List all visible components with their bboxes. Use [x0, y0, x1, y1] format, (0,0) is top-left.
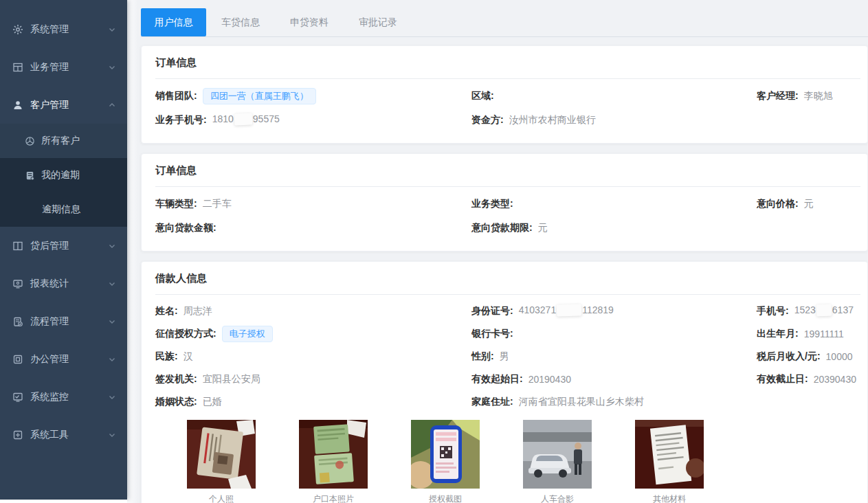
field-intent-loan-term: 意向贷款期限: 元 [471, 216, 757, 240]
field-value: 15236137 [794, 304, 854, 317]
field-value: 20190430 [528, 374, 571, 385]
field-value: 周志洋 [183, 305, 212, 317]
field-label: 有效起始日: [471, 373, 523, 385]
sidebar-bottom-strip [0, 500, 127, 503]
sidebar-item-office-management[interactable]: 办公管理 [0, 340, 127, 378]
field-label: 销售团队: [155, 90, 197, 102]
customer-management-submenu: 所有客户 我的逾期 逾期信息 [0, 124, 127, 227]
field-mobile: 手机号: 15236137 [757, 300, 860, 322]
sidebar-item-label: 系统工具 [30, 429, 69, 441]
field-label: 家庭住址: [471, 396, 513, 408]
field-label: 姓名: [155, 305, 178, 317]
sidebar-item-my-overdue[interactable]: 我的逾期 [0, 158, 127, 192]
sidebar-item-customer-management[interactable]: 客户管理 [0, 86, 127, 124]
field-business-phone: 业务手机号: 181095575 [155, 108, 471, 132]
other-document-photo[interactable]: 其他材料 [635, 420, 704, 503]
field-marital-status: 婚姻状态: 已婚 [155, 390, 471, 413]
field-label: 银行卡号: [471, 328, 513, 340]
field-birth: 出生年月: 19911111 [757, 322, 860, 345]
field-label: 民族: [155, 350, 178, 363]
field-value: 男 [500, 350, 509, 363]
sidebar-item-postloan-management[interactable]: 贷后管理 [0, 227, 127, 265]
chevron-down-icon [108, 280, 116, 288]
sidebar-item-overdue-info[interactable]: 逾期信息 [0, 192, 127, 227]
sidebar-item-label: 业务管理 [30, 61, 69, 74]
field-valid-from: 有效起始日: 20190430 [471, 368, 757, 390]
tab-approval-records[interactable]: 审批记录 [344, 8, 412, 36]
field-label: 业务类型: [471, 198, 513, 210]
field-label: 婚姻状态: [155, 396, 197, 408]
chevron-down-icon [108, 317, 116, 326]
photo-label: 授权截图 [411, 493, 480, 503]
field-label: 意向贷款金额: [155, 222, 216, 234]
chevron-down-icon [108, 355, 116, 364]
monitor-icon [12, 392, 23, 403]
sidebar-item-report-statistics[interactable]: 报表统计 [0, 265, 127, 302]
auth-qr-photo[interactable]: 授权截图 [411, 420, 480, 503]
clients-icon [25, 136, 35, 146]
field-label: 征信授权方式: [155, 328, 216, 340]
sales-team-tag: 四团一营（直属王鹏飞） [203, 88, 316, 104]
field-label: 税后月收入/元: [757, 350, 821, 363]
sidebar-item-business-management[interactable]: 业务管理 [0, 48, 127, 86]
sidebar-item-system-tools[interactable]: 系统工具 [0, 416, 127, 454]
borrower-info-card: 借款人信息 姓名: 周志洋 身份证号: 4103271112819 手机号: 1… [141, 261, 868, 503]
field-grid: 姓名: 周志洋 身份证号: 4103271112819 手机号: 1523613… [155, 300, 860, 413]
report-icon [12, 278, 23, 289]
sidebar-item-system-management[interactable]: 系统管理 [0, 10, 127, 48]
icon-spacer [25, 204, 36, 215]
user-icon [12, 100, 23, 111]
field-region: 区域: [471, 84, 757, 108]
card-title: 订单信息 [155, 164, 860, 187]
sidebar-nav: 系统管理 业务管理 客户管理 所有客户 我的逾期 [0, 0, 127, 454]
sidebar-item-label: 逾期信息 [42, 203, 80, 216]
credit-auth-tag: 电子授权 [222, 326, 273, 342]
sidebar-item-system-monitor[interactable]: 系统监控 [0, 378, 127, 416]
field-name: 姓名: 周志洋 [155, 300, 471, 322]
tab-loan-application-docs[interactable]: 申贷资料 [275, 8, 344, 36]
gear-icon [12, 24, 23, 35]
field-ethnicity: 民族: 汉 [155, 345, 471, 368]
field-home-address: 家庭住址: 河南省宜阳县花果山乡木柴村 [471, 390, 757, 413]
car-person-photo[interactable]: 人车合影 [523, 420, 592, 503]
office-icon [12, 354, 23, 365]
chevron-down-icon [108, 242, 116, 250]
overdue-icon [25, 170, 35, 181]
field-vehicle-type: 车辆类型: 二手车 [155, 192, 471, 216]
detail-tabbar: 用户信息 车贷信息 申贷资料 审批记录 [141, 8, 868, 37]
tab-user-info[interactable]: 用户信息 [141, 8, 206, 36]
order-info-card-2: 订单信息 车辆类型: 二手车 业务类型: 意向价格: 元 意向贷款金额: [141, 153, 868, 252]
field-issuing-authority: 签发机关: 宜阳县公安局 [155, 368, 471, 390]
sidebar-item-label: 贷后管理 [30, 240, 69, 252]
book-icon [12, 241, 23, 252]
sidebar-item-process-management[interactable]: 流程管理 [0, 302, 127, 340]
field-label: 客户经理: [757, 90, 799, 102]
field-valid-to: 有效截止日: 20390430 [757, 368, 860, 390]
field-label: 业务手机号: [155, 114, 207, 126]
sidebar-item-all-customers[interactable]: 所有客户 [0, 124, 127, 158]
field-value: 19911111 [804, 328, 844, 339]
field-label: 车辆类型: [155, 198, 197, 210]
chevron-up-icon [108, 101, 116, 109]
tab-car-loan-info[interactable]: 车贷信息 [206, 8, 275, 36]
field-value: 二手车 [203, 198, 232, 210]
sidebar-item-label: 系统管理 [30, 23, 69, 36]
field-bank-card: 银行卡号: [471, 322, 757, 345]
field-sales-team: 销售团队: 四团一营（直属王鹏飞） [155, 84, 471, 108]
field-value: 李晓旭 [804, 90, 833, 102]
main-content: 用户信息 车贷信息 申贷资料 审批记录 订单信息 销售团队: 四团一营（直属王鹏… [127, 0, 868, 503]
field-customer-manager: 客户经理: 李晓旭 [757, 84, 860, 108]
field-value: 河南省宜阳县花果山乡木柴村 [519, 396, 644, 408]
household-register-photo[interactable]: 户口本照片 [299, 420, 368, 503]
sidebar: 系统管理 业务管理 客户管理 所有客户 我的逾期 [0, 0, 127, 500]
field-label: 身份证号: [471, 305, 513, 317]
sidebar-item-label: 办公管理 [30, 353, 69, 366]
photo-label: 其他材料 [635, 493, 704, 503]
id-card-photo[interactable]: 个人照 [187, 420, 256, 503]
field-empty [757, 216, 860, 240]
field-id-number: 身份证号: 4103271112819 [471, 300, 757, 322]
redaction-blur [816, 304, 832, 317]
field-income: 税后月收入/元: 10000 [757, 345, 860, 368]
redaction-blur [234, 113, 253, 126]
field-empty [757, 108, 860, 132]
